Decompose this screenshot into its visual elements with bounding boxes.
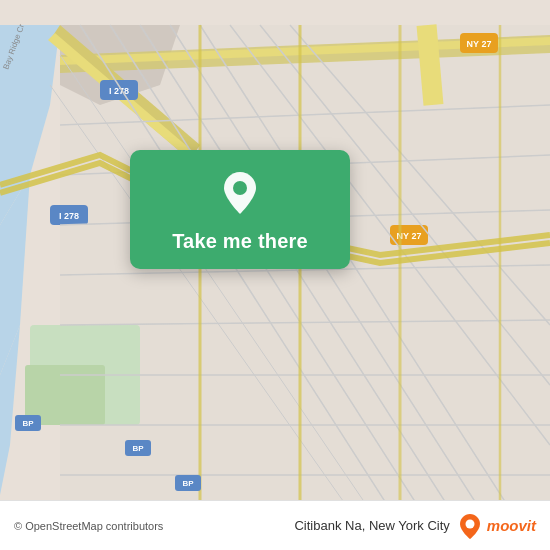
pin-icon-wrapper xyxy=(216,168,264,220)
svg-text:BP: BP xyxy=(22,419,34,428)
svg-text:BP: BP xyxy=(182,479,194,488)
svg-text:NY 27: NY 27 xyxy=(467,39,492,49)
svg-point-41 xyxy=(465,519,474,528)
svg-text:I 278: I 278 xyxy=(109,86,129,96)
app-container: I 278 I 278 I 278 NY 27 NY 27 xyxy=(0,0,550,550)
map-container[interactable]: I 278 I 278 I 278 NY 27 NY 27 xyxy=(0,0,550,550)
svg-text:BP: BP xyxy=(132,444,144,453)
copyright-text: © OpenStreetMap contributors xyxy=(14,520,163,532)
location-label: Citibank Na, New York City xyxy=(294,518,449,533)
svg-text:I 278: I 278 xyxy=(59,211,79,221)
moovit-icon xyxy=(456,512,484,540)
popup-card: Take me there xyxy=(130,150,350,269)
svg-point-40 xyxy=(233,181,247,195)
map-svg: I 278 I 278 I 278 NY 27 NY 27 xyxy=(0,0,550,550)
bottom-right-section: Citibank Na, New York City moovit xyxy=(294,512,536,540)
take-me-there-button[interactable]: Take me there xyxy=(172,230,308,253)
moovit-logo: moovit xyxy=(456,512,536,540)
location-pin-icon xyxy=(216,168,264,216)
bottom-bar: © OpenStreetMap contributors Citibank Na… xyxy=(0,500,550,550)
take-me-there-label: Take me there xyxy=(172,230,308,253)
moovit-text: moovit xyxy=(487,517,536,534)
